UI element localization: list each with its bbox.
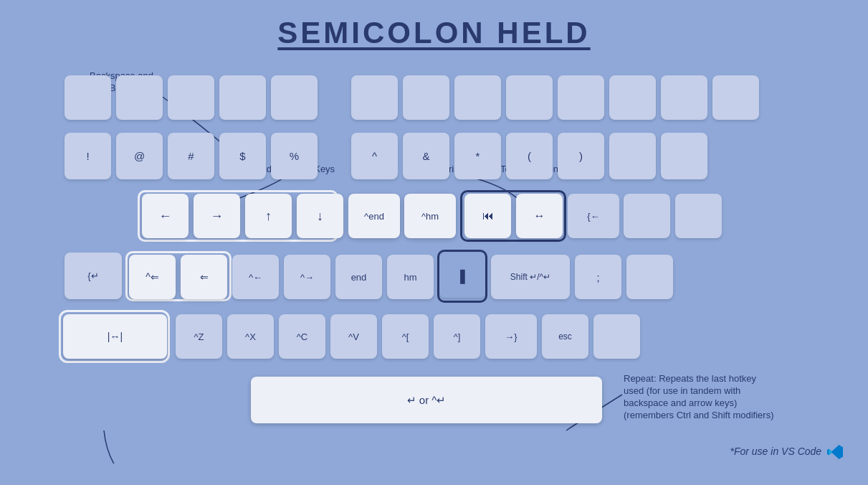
key-ghost-11	[661, 75, 707, 120]
key-ghost-5	[351, 75, 398, 120]
key-ghost-6	[403, 75, 449, 120]
key-row1-5: ^	[351, 133, 398, 179]
key-esc: esc	[542, 314, 588, 359]
key-ghost-1	[116, 75, 163, 120]
key-arrow-down: ↓	[297, 194, 343, 238]
key-ghost-4	[271, 75, 318, 120]
key-shift-enter: Shift ↵/^↵	[491, 255, 570, 299]
keyboard-area: Backspace andCtrl+Backspace Standard Arr…	[22, 65, 846, 463]
key-row1-4: %	[271, 133, 318, 179]
key-ghost-8	[506, 75, 553, 120]
key-ghost-12	[712, 75, 759, 120]
vs-code-icon	[827, 444, 843, 460]
key-ghost-10	[609, 75, 656, 120]
svg-marker-1	[829, 449, 831, 456]
key-ghost-r2-2	[675, 194, 722, 238]
key-ghost-3	[219, 75, 266, 120]
key-end: end	[335, 255, 382, 299]
key-skip-back: ⏮	[464, 194, 511, 238]
key-ctrl-bracket-right: ^]	[434, 314, 480, 359]
key-ctrl-right: ^→	[284, 255, 330, 299]
key-brace-enter: {↵	[65, 253, 122, 299]
key-row1-9: )	[558, 133, 604, 179]
main-title: SEMICOLON HELD	[0, 0, 868, 57]
key-ctrl-z: ^Z	[176, 314, 222, 359]
key-row1-0: !	[65, 133, 111, 179]
key-arrow-right: →	[194, 194, 240, 238]
key-row1-2: #	[168, 133, 214, 179]
key-shift-left: ⇐	[181, 255, 227, 299]
key-row1-11	[661, 133, 707, 179]
key-ctrl-v: ^V	[330, 314, 377, 359]
key-ghost-7	[454, 75, 501, 120]
key-enter-spacebar: ↵ or ^↵	[251, 377, 602, 423]
key-semicolon: ;	[575, 255, 621, 299]
key-ctrl-end: ^end	[348, 194, 400, 238]
key-pipe-expand: |↔|	[63, 314, 167, 359]
key-row1-1: @	[116, 133, 163, 179]
key-ghost-9	[558, 75, 604, 120]
repeat-annotation: Repeat: Repeats the last hotkey used (fo…	[624, 373, 867, 422]
key-ghost-r3	[626, 255, 673, 299]
key-ctrl-bracket-left: ^[	[382, 314, 429, 359]
key-row1-7: *	[454, 133, 501, 179]
key-ghost-r2-1	[624, 194, 670, 238]
key-hm: hm	[387, 255, 434, 299]
key-expand: ↔	[516, 194, 563, 238]
key-row1-8: (	[506, 133, 553, 179]
vs-code-note: *For use in VS Code	[730, 444, 843, 460]
key-ghost-0	[65, 75, 111, 120]
key-ctrl-shift-left: ^⇐	[129, 255, 176, 299]
key-row1-6: &	[403, 133, 449, 179]
key-arrow-left: ←	[142, 194, 189, 238]
key-row1-3: $	[219, 133, 266, 179]
key-ctrl-c: ^C	[279, 314, 325, 359]
key-brace-left: {←	[568, 194, 619, 238]
key-arrow-brace: →}	[485, 314, 537, 359]
key-ctrl-x: ^X	[227, 314, 274, 359]
key-row1-10	[609, 133, 656, 179]
key-ghost-2	[168, 75, 214, 120]
key-ctrl-hm: ^hm	[404, 194, 456, 238]
key-ctrl-left: ^←	[232, 255, 279, 299]
key-ghost-r4	[593, 314, 640, 359]
key-arrow-up: ↑	[245, 194, 292, 238]
key-cursor: ❚	[439, 253, 486, 298]
